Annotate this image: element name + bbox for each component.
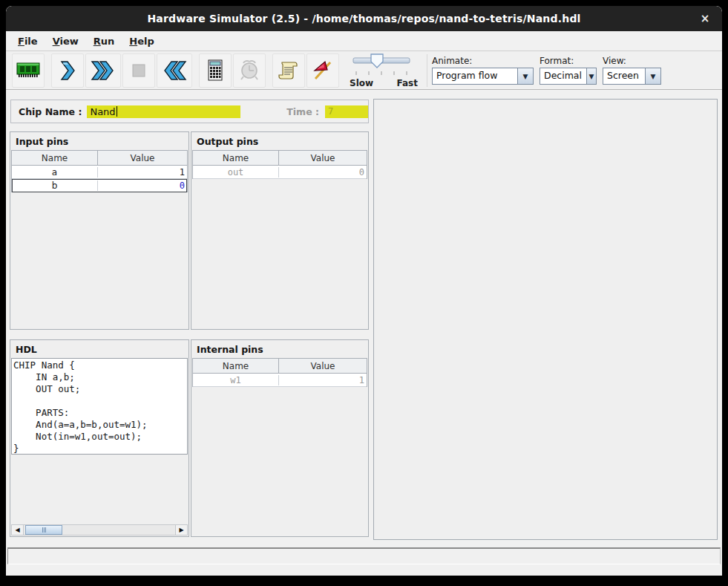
input-pins-table: Name Value a 1 b 0 xyxy=(11,150,188,192)
input-pins-title: Input pins xyxy=(10,132,188,150)
pin-value-cell[interactable]: 0 xyxy=(98,180,187,191)
column-header-name: Name xyxy=(12,151,98,165)
pin-name: out xyxy=(193,167,279,178)
hdl-title: HDL xyxy=(10,340,188,358)
internal-pins-panel: Internal pins Name Value w1 1 xyxy=(191,339,369,537)
table-row: b 0 xyxy=(12,179,187,192)
animate-label: Animate: xyxy=(432,56,534,66)
pin-value-cell[interactable]: 1 xyxy=(98,167,187,178)
view-script-button[interactable] xyxy=(272,53,305,88)
output-pins-panel: Output pins Name Value out 0 xyxy=(191,131,369,330)
internal-pins-table: Name Value w1 1 xyxy=(192,358,367,387)
chevron-down-icon[interactable]: ▼ xyxy=(645,68,660,84)
column-header-name: Name xyxy=(193,359,279,373)
scroll-icon xyxy=(278,59,300,82)
horizontal-scrollbar[interactable]: ◀ ▶ xyxy=(11,524,188,535)
step-chevron-icon xyxy=(58,59,77,82)
menubar: File View Run Help xyxy=(6,31,722,51)
app-window: Hardware Simulator (2.5) - /home/thomas/… xyxy=(6,6,722,576)
hdl-code-view: CHIP Nand { IN a,b; OUT out; PARTS: And(… xyxy=(11,358,188,455)
column-header-value: Value xyxy=(279,151,367,165)
column-header-value: Value xyxy=(98,151,187,165)
format-value: Decimal xyxy=(540,68,586,84)
slider-slow-label: Slow xyxy=(350,78,373,88)
single-step-button[interactable] xyxy=(51,53,84,88)
chip-name-input[interactable]: Nand xyxy=(87,105,240,118)
time-field: 7 xyxy=(325,105,368,118)
reset-button[interactable] xyxy=(157,53,192,88)
view-label: View: xyxy=(603,56,661,66)
code-line: And(a=a,b=b,out=w1); xyxy=(13,419,187,431)
input-pins-panel: Input pins Name Value a 1 b 0 xyxy=(10,131,189,330)
evaluate-button[interactable] xyxy=(199,53,232,88)
stop-square-icon xyxy=(129,61,148,80)
code-line: OUT out; xyxy=(13,383,187,395)
clock-button[interactable] xyxy=(233,53,266,88)
menu-view[interactable]: View xyxy=(47,33,85,49)
red-flag-icon xyxy=(312,59,334,82)
status-bar xyxy=(7,547,721,564)
column-header-value: Value xyxy=(279,359,367,373)
chip-name-label: Chip Name : xyxy=(19,106,82,117)
toolbar: Slow Fast Animate: Program flow ▼ Format… xyxy=(6,51,722,90)
toolbar-separator xyxy=(427,54,427,87)
time-label: Time : xyxy=(286,106,319,117)
memory-chip-icon xyxy=(16,60,41,81)
code-line xyxy=(13,395,187,407)
view-dropdown[interactable]: Screen ▼ xyxy=(603,68,661,85)
animate-dropdown[interactable]: Program flow ▼ xyxy=(432,68,534,85)
output-pins-title: Output pins xyxy=(191,132,368,150)
code-line: PARTS: xyxy=(13,407,187,419)
pin-value-cell: 0 xyxy=(279,167,367,178)
scroll-right-icon[interactable]: ▶ xyxy=(175,525,187,535)
table-row: w1 1 xyxy=(193,374,367,387)
load-chip-button[interactable] xyxy=(12,53,45,88)
column-header-name: Name xyxy=(193,151,279,165)
chip-name-bar: Chip Name : Nand Time : 7 xyxy=(10,100,369,123)
pin-name: a xyxy=(12,167,98,178)
pin-name: w1 xyxy=(193,375,279,385)
code-line: CHIP Nand { xyxy=(13,359,187,371)
code-line: IN a,b; xyxy=(13,371,187,383)
animate-value: Program flow xyxy=(433,68,502,84)
chevron-down-icon[interactable]: ▼ xyxy=(517,68,533,84)
format-dropdown[interactable]: Decimal ▼ xyxy=(540,68,597,85)
code-line: } xyxy=(13,443,187,455)
table-row: out 0 xyxy=(193,166,367,179)
view-value: Screen xyxy=(603,68,643,84)
chip-display-panel xyxy=(373,99,718,540)
titlebar: Hardware Simulator (2.5) - /home/thomas/… xyxy=(6,6,722,31)
pin-name: b xyxy=(12,180,98,191)
stop-button[interactable] xyxy=(122,53,155,88)
reset-double-chevron-icon xyxy=(162,59,187,82)
hdl-panel: HDL CHIP Nand { IN a,b; OUT out; PARTS: … xyxy=(10,339,189,537)
speed-slider[interactable]: Slow Fast xyxy=(350,53,418,88)
internal-pins-title: Internal pins xyxy=(191,340,368,358)
menu-file[interactable]: File xyxy=(12,33,44,49)
output-pins-table: Name Value out 0 xyxy=(192,150,367,179)
code-line: Not(in=w1,out=out); xyxy=(13,431,187,443)
menu-run[interactable]: Run xyxy=(88,33,121,49)
calculator-icon xyxy=(205,59,226,82)
table-row: a 1 xyxy=(12,166,187,179)
alarm-clock-icon xyxy=(238,59,260,82)
scroll-left-icon[interactable]: ◀ xyxy=(12,525,24,535)
format-label: Format: xyxy=(540,56,597,66)
run-button[interactable] xyxy=(85,53,121,88)
slider-fast-label: Fast xyxy=(397,78,418,88)
window-title: Hardware Simulator (2.5) - /home/thomas/… xyxy=(147,13,580,25)
menu-help[interactable]: Help xyxy=(123,33,160,49)
close-button[interactable]: × xyxy=(697,10,713,27)
slider-thumb xyxy=(371,54,383,68)
view-gates-button[interactable] xyxy=(306,53,339,88)
scrollbar-thumb[interactable] xyxy=(25,525,62,535)
run-double-chevron-icon xyxy=(91,59,116,82)
chevron-down-icon[interactable]: ▼ xyxy=(586,68,596,84)
text-caret xyxy=(117,106,117,117)
pin-value-cell: 1 xyxy=(279,375,367,385)
